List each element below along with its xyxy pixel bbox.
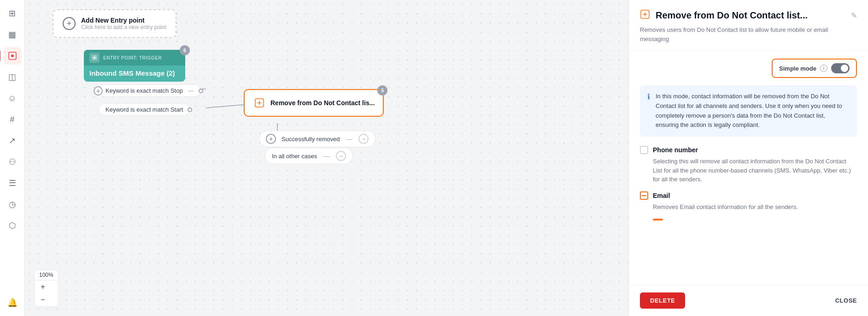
branch-other-text: In all other cases	[272, 153, 317, 160]
add-entry-point-card[interactable]: + Add New Entry point Click here to add …	[53, 9, 176, 38]
email-option: Email Removes Email contact information …	[640, 191, 857, 212]
trigger-label: ENTRY POINT: TRIGGER	[103, 55, 162, 60]
info-banner: ℹ In this mode, contact information will…	[640, 85, 857, 137]
keyword-stop-connector	[199, 89, 203, 93]
simple-mode-box: Simple mode i	[772, 59, 857, 78]
panel-title: Remove from Do Not Contact list...	[656, 10, 845, 21]
branch-other-pill: In all other cases — →	[265, 148, 353, 164]
entry-point-title: Add New Entry point	[81, 17, 166, 24]
bell-icon[interactable]: 🔔	[4, 294, 21, 311]
svg-point-1	[11, 54, 14, 57]
flows-icon[interactable]	[4, 47, 21, 65]
trigger-badge: 6	[180, 45, 190, 55]
campaigns-icon[interactable]: ☰	[4, 174, 21, 192]
grid-icon[interactable]: ⊞	[4, 5, 21, 22]
dnc-node[interactable]: Remove from Do Not Contact lis... 5	[244, 89, 384, 117]
panel-footer: DELETE CLOSE	[629, 285, 868, 316]
trigger-name: Inbound SMS Message (2)	[89, 69, 180, 77]
trigger-node[interactable]: ENTRY POINT: TRIGGER Inbound SMS Message…	[84, 50, 185, 82]
email-checkbox[interactable]	[640, 191, 648, 200]
phone-number-checkbox[interactable]	[640, 146, 648, 154]
info-banner-icon: ℹ	[647, 92, 650, 130]
simple-mode-toggle[interactable]	[831, 63, 850, 73]
keyword-start-pill[interactable]: Keyword is exact match Start	[99, 103, 190, 116]
trigger-body: Inbound SMS Message (2)	[84, 66, 185, 82]
branch-success-text: Successfully removed	[282, 136, 340, 143]
zoom-out-button[interactable]: −	[35, 293, 51, 306]
phone-number-desc: Selecting this will remove all contact i…	[653, 157, 857, 184]
history-icon[interactable]: ◷	[4, 196, 21, 213]
panel-title-row: Remove from Do Not Contact list... ✎	[640, 9, 857, 22]
branch-other-arrow[interactable]: →	[336, 151, 346, 161]
delete-button[interactable]: DELETE	[640, 292, 685, 309]
email-label: Email	[653, 192, 670, 199]
zoom-level: 100%	[35, 270, 58, 280]
keyword-stop-pill[interactable]: + Keyword is exact match Stop —	[99, 84, 201, 97]
close-button[interactable]: CLOSE	[835, 297, 857, 304]
canvas: + Add New Entry point Click here to add …	[25, 0, 628, 316]
phone-number-header: Phone number	[640, 146, 857, 154]
info-banner-text: In this mode, contact information will b…	[656, 92, 850, 130]
keyword-start-connector	[188, 107, 192, 112]
phone-number-option: Phone number Selecting this will remove …	[640, 146, 857, 184]
panel-title-icon	[640, 9, 650, 22]
dnc-title: Remove from Do Not Contact lis...	[270, 99, 375, 107]
integrations-icon[interactable]: ⬡	[4, 217, 21, 234]
branch-success-add[interactable]: +	[266, 134, 276, 144]
simple-mode-row: Simple mode i	[640, 59, 857, 78]
entry-point-subtitle: Click here to add a new entry point	[81, 24, 166, 30]
email-header: Email	[640, 191, 857, 200]
trigger-header: ENTRY POINT: TRIGGER	[84, 50, 185, 66]
keyword-stop-add-btn[interactable]: +	[94, 86, 103, 95]
dashboard-icon[interactable]: ▦	[4, 26, 21, 43]
svg-line-3	[206, 105, 244, 108]
simple-mode-info-icon[interactable]: i	[820, 65, 827, 72]
dnc-badge: 5	[377, 85, 387, 95]
bot-icon[interactable]: ☺	[4, 89, 21, 107]
audience-icon[interactable]: ⚇	[4, 153, 21, 171]
keyword-stop-text: Keyword is exact match Stop	[106, 87, 183, 94]
tags-icon[interactable]: #	[4, 111, 21, 128]
trigger-icon	[89, 53, 100, 63]
phone-number-label: Phone number	[653, 146, 698, 154]
panel-edit-icon[interactable]: ✎	[851, 11, 857, 20]
branch-success-arrow[interactable]: →	[358, 134, 369, 144]
branch-success-pill: + Successfully removed — →	[259, 131, 375, 147]
panel-body: Simple mode i ℹ In this mode, contact in…	[629, 51, 868, 285]
panel-subtitle: Removes users from Do Not Contact list t…	[640, 25, 857, 43]
sidebar: ⊞ ▦ ◫ ☺ # ↗ ⚇ ☰ ◷ ⬡ 🔔	[0, 0, 25, 316]
right-panel: Remove from Do Not Contact list... ✎ Rem…	[628, 0, 868, 316]
dnc-icon	[253, 96, 266, 109]
simple-mode-label: Simple mode	[779, 65, 816, 72]
zoom-controls: 100% + −	[34, 269, 59, 307]
panel-header: Remove from Do Not Contact list... ✎ Rem…	[629, 0, 868, 51]
analytics-icon[interactable]: ↗	[4, 132, 21, 149]
add-entry-point-icon: +	[63, 17, 76, 30]
email-desc: Removes Email contact information for al…	[653, 203, 857, 212]
keyword-start-text: Keyword is exact match Start	[106, 106, 183, 113]
contacts-icon[interactable]: ◫	[4, 68, 21, 86]
zoom-in-button[interactable]: +	[35, 280, 51, 293]
